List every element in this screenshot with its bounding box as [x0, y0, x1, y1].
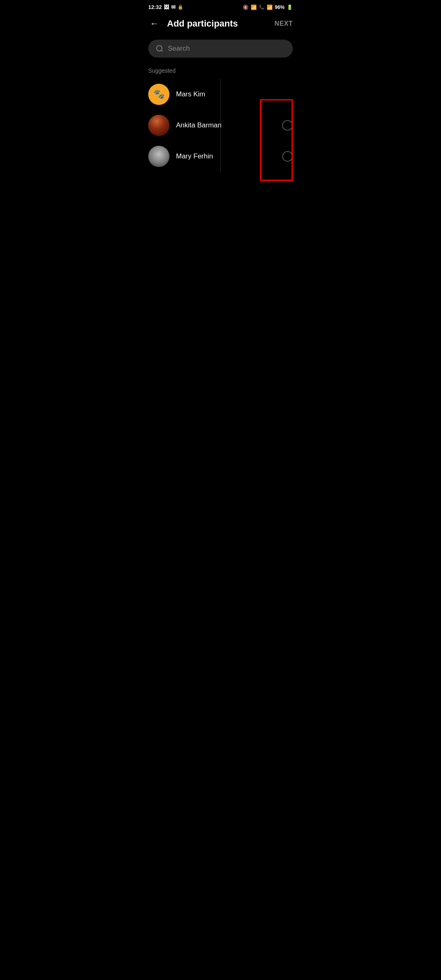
- search-container: [141, 36, 300, 66]
- wifi-icon: 📶: [251, 4, 257, 10]
- select-mary-ferhin[interactable]: [282, 151, 293, 162]
- app-bar-left: ← Add participants: [148, 18, 238, 30]
- contact-list: 🐾 Mars Kim Ankita Barman Mary Ferhin: [141, 79, 300, 172]
- svg-point-0: [157, 46, 162, 51]
- signal-icon: 📶: [267, 4, 273, 10]
- contact-item-mars-kim[interactable]: 🐾 Mars Kim: [141, 79, 300, 110]
- page-title: Add participants: [167, 18, 238, 29]
- contact-name-mary-ferhin: Mary Ferhin: [176, 152, 276, 160]
- search-bar[interactable]: [148, 40, 293, 58]
- mars-kim-avatar-image: 🐾: [148, 84, 169, 105]
- avatar-mary-ferhin: [148, 146, 169, 167]
- contact-item-ankita-barman[interactable]: Ankita Barman: [141, 110, 300, 141]
- contact-name-ankita-barman: Ankita Barman: [176, 121, 276, 129]
- search-icon: [156, 45, 164, 53]
- search-input[interactable]: [168, 45, 285, 53]
- avatar-mars-kim: 🐾: [148, 84, 169, 105]
- ankita-barman-avatar-image: [148, 115, 169, 136]
- select-ankita-barman[interactable]: [282, 120, 293, 131]
- status-time: 12:32 🖼 ✉ 🔒: [148, 4, 183, 10]
- battery-percentage: 96%: [275, 4, 285, 10]
- back-button[interactable]: ←: [148, 18, 160, 30]
- svg-line-1: [161, 50, 163, 52]
- app-bar: ← Add participants NEXT: [141, 13, 300, 36]
- mary-ferhin-avatar-image: [148, 146, 169, 167]
- status-bar: 12:32 🖼 ✉ 🔒 🔇 📶 📞 📶 96% 🔋: [141, 0, 300, 13]
- next-button[interactable]: NEXT: [274, 20, 293, 27]
- time-display: 12:32: [148, 4, 162, 10]
- call-icon: 📞: [259, 4, 265, 10]
- battery-icon: 🔋: [287, 4, 293, 10]
- avatar-ankita-barman: [148, 115, 169, 136]
- lock-icon: 🔒: [178, 4, 183, 10]
- photo-icon: 🖼: [164, 4, 169, 10]
- message-icon: ✉: [171, 4, 176, 10]
- status-indicators: 🔇 📶 📞 📶 96% 🔋: [243, 4, 293, 10]
- mute-icon: 🔇: [243, 4, 249, 10]
- contact-item-mary-ferhin[interactable]: Mary Ferhin: [141, 141, 300, 172]
- suggested-section-label: Suggested: [141, 66, 300, 79]
- contact-name-mars-kim: Mars Kim: [176, 90, 293, 98]
